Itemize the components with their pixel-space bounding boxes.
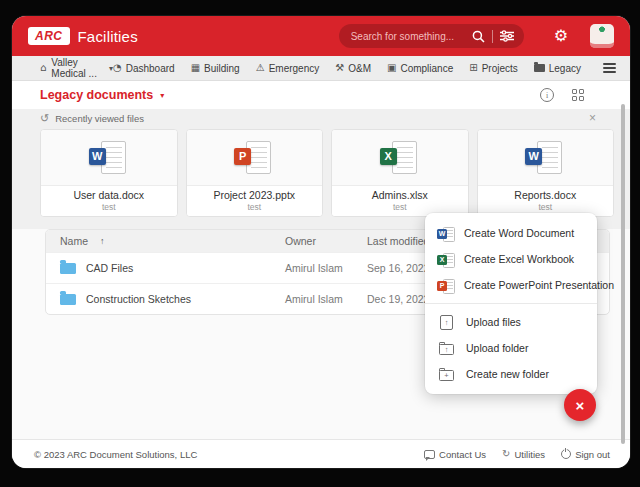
sign-out-link[interactable]: Sign out xyxy=(561,449,610,460)
search-box[interactable] xyxy=(339,24,524,48)
new-folder-icon: + xyxy=(439,370,454,381)
page-title-dropdown[interactable]: Legacy documents ▾ xyxy=(40,88,164,102)
file-name: Project 2023.pptx xyxy=(189,189,321,201)
menu-divider xyxy=(425,303,597,304)
recently-viewed-bar: ↺ Recently viewed files × xyxy=(12,109,630,127)
nav-item-dashboard[interactable]: ◔Dashboard xyxy=(113,63,175,74)
create-upload-menu: W Create Word Document X Create Excel Wo… xyxy=(425,213,597,394)
utilities-link[interactable]: ↻Utilities xyxy=(502,449,545,460)
topbar-actions: ⚙ xyxy=(339,24,614,48)
search-divider xyxy=(492,30,493,43)
settings-gear-icon[interactable]: ⚙ xyxy=(554,28,568,44)
word-file-icon: W xyxy=(88,139,130,177)
view-controls: i xyxy=(540,88,602,102)
power-icon xyxy=(561,449,571,459)
contact-us-link[interactable]: Contact Us xyxy=(424,449,486,460)
building-location-icon: ⌂ xyxy=(40,63,46,73)
column-owner[interactable]: Owner xyxy=(285,235,367,247)
menu-item-upload-folder[interactable]: ↑ Upload folder xyxy=(425,335,597,361)
upload-folder-icon: ↑ xyxy=(439,344,454,355)
info-icon[interactable]: i xyxy=(540,88,554,102)
menu-item-upload-files[interactable]: ↑ Upload files xyxy=(425,309,597,335)
column-name[interactable]: Name↑ xyxy=(46,235,285,247)
file-name: User data.docx xyxy=(43,189,175,201)
app-header: ARC Facilities ⚙ xyxy=(12,16,630,56)
row-owner: Amirul Islam xyxy=(285,262,367,274)
compliance-icon: ▣ xyxy=(387,63,396,73)
filter-sliders-icon[interactable] xyxy=(500,30,514,42)
file-subtitle: test xyxy=(334,202,466,212)
file-card-admins[interactable]: X Admins.xlsxtest xyxy=(331,129,469,217)
location-label: Valley Medical ... xyxy=(51,57,104,79)
arc-logo[interactable]: ARC Facilities xyxy=(28,27,138,45)
user-avatar[interactable] xyxy=(590,24,614,48)
arc-logo-text: ARC xyxy=(28,27,70,45)
building-icon: ▦ xyxy=(191,63,200,73)
page-title: Legacy documents xyxy=(40,88,153,102)
nav-item-legacy[interactable]: Legacy xyxy=(534,63,581,74)
menu-item-create-word[interactable]: W Create Word Document xyxy=(425,220,597,246)
file-card-project-2023[interactable]: P Project 2023.pptxtest xyxy=(186,129,324,217)
app-window: ARC Facilities ⚙ ⌂ Valley Medical ... ▾ xyxy=(12,16,630,468)
file-name: Admins.xlsx xyxy=(334,189,466,201)
hamburger-menu-icon[interactable] xyxy=(603,63,616,73)
folder-icon xyxy=(60,294,76,305)
copyright-text: © 2023 ARC Document Solutions, LLC xyxy=(34,449,197,460)
file-subtitle: test xyxy=(480,202,612,212)
main-nav: ⌂ Valley Medical ... ▾ ◔Dashboard ▦Build… xyxy=(12,56,630,81)
legacy-folder-icon xyxy=(534,64,545,72)
nav-item-compliance[interactable]: ▣Compliance xyxy=(387,63,453,74)
file-card-user-data[interactable]: W User data.docxtest xyxy=(40,129,178,217)
upload-file-icon: ↑ xyxy=(440,315,453,330)
search-icon[interactable] xyxy=(472,30,485,43)
file-name: Reports.docx xyxy=(480,189,612,201)
footer-links: Contact Us ↻Utilities Sign out xyxy=(424,449,610,460)
search-input[interactable] xyxy=(349,30,465,43)
folder-icon xyxy=(60,263,76,274)
vertical-scrollbar[interactable] xyxy=(621,104,625,444)
app-footer: © 2023 ARC Document Solutions, LLC Conta… xyxy=(12,439,630,468)
file-subtitle: test xyxy=(189,202,321,212)
row-owner: Amirul Islam xyxy=(285,293,367,305)
emergency-icon: ⚠ xyxy=(256,63,265,73)
word-file-icon: W xyxy=(524,139,566,177)
grid-view-icon[interactable] xyxy=(572,89,584,101)
projects-icon: ⊞ xyxy=(469,63,477,73)
powerpoint-icon: P xyxy=(437,278,454,293)
nav-item-projects[interactable]: ⊞Projects xyxy=(469,63,518,74)
history-clock-icon: ↺ xyxy=(40,112,49,125)
word-icon: W xyxy=(437,226,454,241)
recently-viewed-section: ↺ Recently viewed files × W User data.do… xyxy=(12,109,630,229)
powerpoint-file-icon: P xyxy=(233,139,275,177)
location-selector[interactable]: ⌂ Valley Medical ... ▾ xyxy=(40,57,113,79)
recent-file-cards: W User data.docxtest P Project 2023.pptx… xyxy=(12,127,630,217)
refresh-icon: ↻ xyxy=(502,449,510,459)
menu-item-create-excel[interactable]: X Create Excel Workbook xyxy=(425,246,597,272)
nav-item-building[interactable]: ▦Building xyxy=(191,63,240,74)
recently-viewed-title: Recently viewed files xyxy=(55,113,144,124)
chat-bubble-icon xyxy=(424,450,435,459)
nav-items: ◔Dashboard ▦Building ⚠Emergency ⚒O&M ▣Co… xyxy=(113,63,616,74)
nav-item-emergency[interactable]: ⚠Emergency xyxy=(256,63,320,74)
file-subtitle: test xyxy=(43,202,175,212)
dashboard-icon: ◔ xyxy=(113,63,122,73)
close-fab-button[interactable]: × xyxy=(564,389,596,421)
menu-item-create-powerpoint[interactable]: P Create PowerPoint Presentation xyxy=(425,272,597,298)
close-icon[interactable]: × xyxy=(589,112,596,124)
excel-file-icon: X xyxy=(379,139,421,177)
menu-item-create-new-folder[interactable]: + Create new folder xyxy=(425,361,597,387)
app-name: Facilities xyxy=(78,28,138,45)
row-name: CAD Files xyxy=(86,262,133,274)
page-title-row: Legacy documents ▾ i xyxy=(12,81,630,109)
sort-ascending-icon: ↑ xyxy=(100,236,105,246)
file-card-reports[interactable]: W Reports.docxtest xyxy=(477,129,615,217)
excel-icon: X xyxy=(437,252,454,267)
oandm-icon: ⚒ xyxy=(335,63,344,73)
chevron-down-icon: ▾ xyxy=(160,91,164,100)
row-name: Construction Sketches xyxy=(86,293,191,305)
nav-item-oandm[interactable]: ⚒O&M xyxy=(335,63,371,74)
